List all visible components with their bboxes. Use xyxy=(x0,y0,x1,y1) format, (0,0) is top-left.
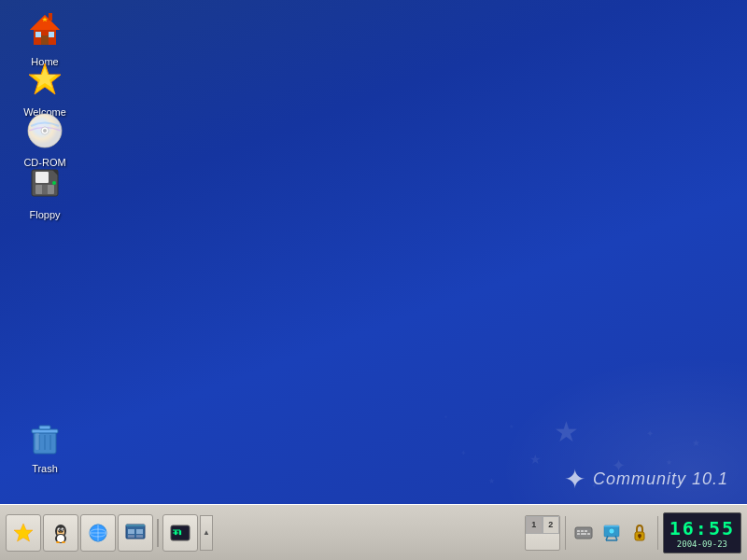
welcome-icon-image xyxy=(22,58,67,103)
user-button[interactable] xyxy=(43,514,78,552)
svg-rect-5 xyxy=(49,13,52,21)
svg-rect-60 xyxy=(587,533,590,535)
svg-point-18 xyxy=(52,181,56,185)
workspace-1[interactable]: 1 xyxy=(526,516,543,534)
workspace-2[interactable]: 2 xyxy=(543,516,559,534)
svg-marker-26 xyxy=(14,524,33,541)
svg-point-32 xyxy=(59,528,61,530)
svg-rect-62 xyxy=(604,525,619,527)
cdrom-icon-image xyxy=(22,108,67,153)
svg-rect-2 xyxy=(41,35,49,45)
svg-rect-15 xyxy=(42,185,48,194)
clock-widget[interactable]: 16:55 2004-09-23 xyxy=(663,512,741,553)
trash-label: Trash xyxy=(32,463,58,475)
svg-rect-4 xyxy=(49,32,54,37)
watermark-star: ✦ xyxy=(564,464,585,495)
network-button[interactable] xyxy=(80,514,116,552)
svg-rect-21 xyxy=(39,426,50,429)
separator-1 xyxy=(155,517,161,549)
workspace-row-1: 1 2 xyxy=(526,516,559,534)
watermark: ✦ Community 10.1 xyxy=(564,464,728,495)
tray-separator-2 xyxy=(657,516,658,550)
terminal-button[interactable]: ▮▮ xyxy=(162,514,198,552)
floppy-icon[interactable]: Floppy xyxy=(11,157,78,225)
clock-date: 2004-09-23 xyxy=(677,539,727,549)
files-button[interactable] xyxy=(118,514,153,552)
favorites-button[interactable] xyxy=(6,514,41,552)
quick-launch: ▮▮ ▲ xyxy=(6,514,213,552)
svg-rect-49 xyxy=(136,535,143,538)
clock-time: 16:55 xyxy=(669,517,735,539)
svg-rect-47 xyxy=(136,529,143,534)
svg-rect-56 xyxy=(581,530,584,532)
svg-rect-25 xyxy=(35,433,39,450)
svg-point-36 xyxy=(57,535,64,542)
floppy-icon-image xyxy=(22,161,67,205)
workspace-switcher[interactable]: 1 2 xyxy=(525,515,560,551)
keyboard-tray-icon[interactable] xyxy=(571,520,597,546)
svg-point-37 xyxy=(56,541,60,543)
system-tray: 1 2 xyxy=(525,512,741,553)
svg-point-33 xyxy=(63,528,64,530)
tray-separator-1 xyxy=(565,516,566,550)
svg-rect-57 xyxy=(585,530,587,532)
svg-rect-3 xyxy=(35,32,41,37)
svg-point-12 xyxy=(43,129,47,133)
stars-decoration: ★ ✦ ★ ✦ ★ ✦ ★ ✦ ★ ★ ✦ ★ xyxy=(420,317,747,504)
svg-rect-58 xyxy=(577,533,580,535)
svg-rect-46 xyxy=(128,529,134,534)
home-icon-image xyxy=(22,7,67,52)
svg-rect-55 xyxy=(577,530,580,532)
floppy-label: Floppy xyxy=(29,209,60,221)
svg-rect-45 xyxy=(126,525,145,526)
svg-rect-59 xyxy=(581,533,586,535)
svg-point-38 xyxy=(62,541,65,543)
svg-rect-20 xyxy=(32,429,58,433)
trash-icon-image xyxy=(22,414,67,459)
desktop: ★ ✦ ★ ✦ ★ ✦ ★ ✦ ★ ★ ✦ ★ ✦ Community 10.1 xyxy=(0,0,747,504)
lock-tray-icon[interactable] xyxy=(627,520,653,546)
trash-icon[interactable]: Trash xyxy=(11,411,78,479)
svg-rect-16 xyxy=(35,172,49,183)
svg-point-66 xyxy=(609,528,614,534)
svg-rect-48 xyxy=(128,535,134,538)
taskbar: ▮▮ ▲ 1 2 xyxy=(0,504,747,560)
watermark-text: Community 10.1 xyxy=(593,469,728,489)
network-tray-icon[interactable] xyxy=(599,520,625,546)
quick-launch-arrow[interactable]: ▲ xyxy=(200,515,213,551)
